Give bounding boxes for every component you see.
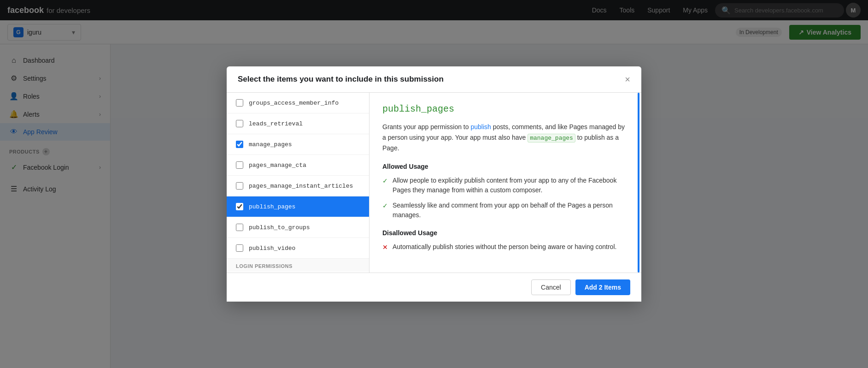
permission-detail: publish_pages Grants your app permission… xyxy=(369,93,641,273)
login-permissions-divider: LOGIN PERMISSIONS xyxy=(227,259,369,272)
checkmark-icon-2: ✓ xyxy=(382,201,388,211)
allowed-text-2: Seamlessly like and comment from your ap… xyxy=(393,201,628,220)
perm-checkbox-publish-video[interactable] xyxy=(236,244,243,252)
disallowed-item-1: ✕ Automatically publish stories without … xyxy=(382,242,628,252)
perm-name-pages-instant: pages_manage_instant_articles xyxy=(249,183,353,190)
detail-title: publish_pages xyxy=(382,104,628,114)
perm-name-publish-pages: publish_pages xyxy=(249,203,295,210)
perm-checkbox-groups[interactable] xyxy=(236,99,243,107)
modal-header: Select the items you want to include in … xyxy=(227,66,641,93)
add-items-button[interactable]: Add 2 Items xyxy=(575,279,630,295)
perm-item-pages-cta[interactable]: pages_manage_cta xyxy=(227,155,369,176)
perm-item-groups[interactable]: groups_access_member_info xyxy=(227,93,369,113)
detail-description: Grants your app permission to publish po… xyxy=(382,122,628,154)
allowed-item-2: ✓ Seamlessly like and comment from your … xyxy=(382,201,628,220)
perm-name-publish-video: publish_video xyxy=(249,245,295,252)
disallowed-usage-section: Disallowed Usage ✕ Automatically publish… xyxy=(382,229,628,252)
perm-name-groups: groups_access_member_info xyxy=(249,100,339,107)
allowed-title: Allowed Usage xyxy=(382,163,628,170)
perm-checkbox-publish-groups[interactable] xyxy=(236,224,243,231)
perm-checkbox-manage[interactable] xyxy=(236,141,243,148)
modal-body: groups_access_member_info leads_retrieva… xyxy=(227,93,641,273)
disallowed-text-1: Automatically publish stories without th… xyxy=(393,242,616,252)
perm-item-publish-groups[interactable]: publish_to_groups xyxy=(227,217,369,238)
perm-name-publish-groups: publish_to_groups xyxy=(249,224,310,231)
cancel-button[interactable]: Cancel xyxy=(531,279,571,295)
desc-publish-link[interactable]: publish xyxy=(470,123,491,131)
perm-name-leads: leads_retrieval xyxy=(249,120,303,127)
allowed-text-1: Allow people to explicitly publish conte… xyxy=(393,176,628,195)
perm-checkbox-pages-instant[interactable] xyxy=(236,182,243,190)
cross-icon-1: ✕ xyxy=(382,243,388,252)
perm-item-leads[interactable]: leads_retrieval xyxy=(227,113,369,134)
modal-title: Select the items you want to include in … xyxy=(238,75,444,84)
perm-name-manage: manage_pages xyxy=(249,141,292,148)
perm-item-manage[interactable]: manage_pages xyxy=(227,134,369,155)
scroll-indicator xyxy=(638,93,639,273)
allowed-usage-section: Allowed Usage ✓ Allow people to explicit… xyxy=(382,163,628,220)
perm-item-publish-video[interactable]: publish_video xyxy=(227,238,369,259)
desc-code-link[interactable]: manage_pages xyxy=(528,134,575,142)
modal-close-button[interactable]: × xyxy=(625,75,630,84)
modal-dialog: Select the items you want to include in … xyxy=(227,66,641,302)
permissions-list: groups_access_member_info leads_retrieva… xyxy=(227,93,369,273)
modal-footer: Cancel Add 2 Items xyxy=(227,273,641,302)
perm-checkbox-pages-cta[interactable] xyxy=(236,161,243,169)
perm-checkbox-publish-pages[interactable] xyxy=(236,203,243,210)
modal-overlay: Select the items you want to include in … xyxy=(0,0,868,368)
perm-item-pages-instant[interactable]: pages_manage_instant_articles xyxy=(227,176,369,196)
disallowed-title: Disallowed Usage xyxy=(382,229,628,237)
checkmark-icon-1: ✓ xyxy=(382,176,388,186)
perm-checkbox-leads[interactable] xyxy=(236,120,243,127)
desc-part1: Grants your app permission to xyxy=(382,123,470,131)
allowed-item-1: ✓ Allow people to explicitly publish con… xyxy=(382,176,628,195)
perm-name-pages-cta: pages_manage_cta xyxy=(249,162,306,169)
perm-item-publish-pages[interactable]: publish_pages xyxy=(227,196,369,217)
